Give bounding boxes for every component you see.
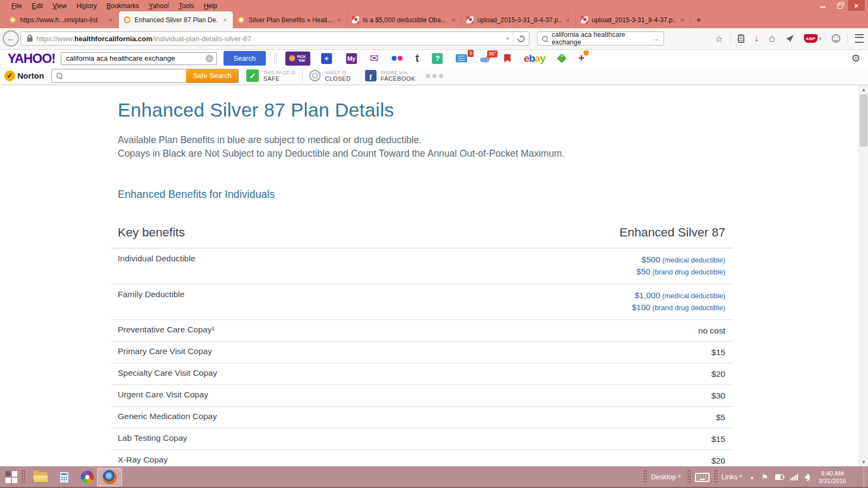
feedback-smiley-icon[interactable] — [832, 34, 840, 43]
back-button[interactable]: ← — [3, 30, 19, 47]
reading-list-icon[interactable] — [738, 35, 744, 43]
search-go-icon[interactable]: → — [652, 34, 659, 43]
deals-tag-icon[interactable] — [557, 53, 566, 63]
scroll-down-icon[interactable]: ▼ — [859, 458, 868, 466]
gear-icon[interactable]: ⚙ — [851, 52, 860, 65]
tab-close-icon[interactable]: × — [565, 17, 571, 23]
add-app-button[interactable]: + — [321, 53, 332, 64]
yahoo-search-button[interactable]: Search — [224, 51, 266, 66]
add-feed-icon[interactable]: + — [578, 52, 585, 65]
browser-tab[interactable]: https://www.h...om/plan-list × — [4, 11, 119, 28]
close-button[interactable]: × — [848, 0, 865, 11]
firefox-icon — [103, 470, 117, 484]
page-safety-status[interactable]: THIS PAGE IS SAFE — [263, 70, 296, 82]
restore-button[interactable] — [831, 0, 848, 11]
url-bar[interactable]: https://www.healthforcalifornia.com/indi… — [21, 31, 529, 46]
show-desktop-button[interactable] — [864, 466, 868, 488]
browser-tab[interactable]: Silver Plan Benefits » Healt... × — [233, 11, 347, 28]
menu-item[interactable]: View — [48, 1, 72, 11]
attachment-favicon — [467, 16, 474, 23]
ebay-icon[interactable]: ebay — [524, 53, 545, 65]
pickem-button[interactable]: PICK'EM — [285, 52, 310, 66]
new-tab-button[interactable]: + — [691, 13, 707, 27]
navigation-toolbar: ← https://www.healthforcalifornia.com/in… — [0, 28, 868, 50]
menu-item[interactable]: Edit — [27, 1, 48, 11]
share-facebook-button[interactable]: SHARE VIA FACEBOOK — [381, 70, 416, 82]
bookmark-star-icon[interactable]: ☆ — [715, 34, 723, 44]
tab-close-icon[interactable]: × — [451, 17, 456, 23]
downloads-icon[interactable]: ↓ — [755, 34, 759, 43]
network-signal-icon[interactable] — [790, 474, 798, 480]
menu-item[interactable]: History — [72, 1, 101, 11]
links-toolbar-label[interactable]: Links — [722, 473, 737, 481]
action-center-flag-icon[interactable]: ⚑ — [761, 473, 768, 481]
news-button[interactable]: 9 — [456, 54, 467, 62]
vault-icon[interactable] — [309, 70, 321, 81]
hidden-icons-arrow[interactable]: ▲ — [750, 475, 754, 480]
safe-search-button[interactable]: Safe Search — [186, 69, 238, 82]
pocket-icon[interactable] — [786, 35, 794, 42]
taskbar-grip[interactable] — [687, 470, 691, 484]
yahoo-search-input[interactable]: california aca healthcare exchange × — [61, 52, 217, 65]
reload-button[interactable] — [513, 32, 529, 45]
desktop-toolbar-label[interactable]: Desktop — [651, 473, 676, 481]
yahoo-logo[interactable]: YAHOO! — [8, 51, 55, 66]
tab-close-icon[interactable]: × — [336, 17, 342, 23]
taskbar-clock[interactable]: 9:40 AM 3/31/2015 — [819, 470, 846, 485]
benefit-values: $500 (medical deductible)$50 (brand drug… — [636, 254, 725, 278]
chevron-expand-icon[interactable]: » — [739, 472, 742, 479]
chevron-expand-icon[interactable]: » — [678, 472, 681, 479]
browser-tab[interactable]: Is a $5,000 deductible Oba... × — [347, 11, 462, 28]
search-icon — [542, 36, 548, 42]
weather-button[interactable]: 36° — [480, 55, 491, 62]
my-yahoo-icon[interactable]: My — [346, 53, 357, 64]
calculator-icon[interactable] — [60, 472, 69, 483]
browser-tab[interactable]: upload_2015-3-31_8-4-37.p... × — [462, 11, 576, 28]
browser-tab[interactable]: Enhanced Silver 87 Plan De... × — [119, 11, 233, 28]
adblock-badge: ABP — [804, 34, 818, 43]
volume-icon[interactable] — [805, 474, 810, 481]
tab-close-icon[interactable]: × — [108, 17, 113, 23]
menu-hamburger-icon[interactable] — [855, 34, 864, 43]
benefit-label: Specialty Care Visit Copay — [118, 368, 217, 378]
taskbar-grip[interactable] — [714, 470, 717, 484]
vault-status[interactable]: VAULT IS CLOSED — [325, 70, 351, 82]
firefox-taskbar-button[interactable] — [97, 468, 122, 486]
taskbar-grip[interactable] — [22, 470, 25, 484]
table-row: Specialty Care Visit Copay $20 — [111, 363, 733, 385]
keyboard-icon[interactable] — [695, 473, 710, 482]
norton-search-input[interactable]: Safe Search — [52, 69, 239, 83]
menu-item[interactable]: Yahoo! — [144, 1, 174, 11]
page-scrollbar[interactable]: ▲ ▼ — [859, 85, 868, 466]
table-row: X-Ray Copay $20 — [111, 450, 733, 466]
menu-item[interactable]: Tools — [174, 1, 199, 11]
bookmarks-icon[interactable] — [504, 54, 510, 63]
picasa-icon[interactable] — [81, 471, 94, 484]
home-icon[interactable]: ⌂ — [769, 33, 775, 44]
menu-item[interactable]: File — [7, 1, 27, 11]
tab-title: Is a $5,000 deductible Oba... — [363, 16, 447, 24]
battery-icon[interactable] — [775, 474, 783, 480]
tab-close-icon[interactable]: × — [680, 17, 685, 23]
start-button[interactable] — [5, 471, 17, 483]
clear-icon[interactable]: × — [206, 55, 213, 62]
minimize-button[interactable] — [814, 0, 831, 11]
url-dropdown-icon[interactable]: ▾ — [502, 36, 513, 41]
taskbar-grip[interactable] — [643, 470, 647, 484]
tumblr-icon[interactable]: t — [416, 52, 419, 65]
menu-item[interactable]: Bookmarks — [101, 1, 144, 11]
adblock-button[interactable]: ABP ▾ — [804, 34, 821, 43]
more-options-icon[interactable] — [426, 74, 443, 78]
flickr-icon[interactable] — [392, 56, 403, 61]
facebook-icon[interactable]: f — [365, 70, 376, 81]
file-explorer-icon[interactable] — [34, 472, 48, 482]
browser-search-bar[interactable]: california aca healthcare exchange → — [537, 31, 664, 46]
tab-close-icon[interactable]: × — [222, 17, 228, 23]
menu-item[interactable]: Help — [199, 1, 222, 11]
answers-icon[interactable]: ? — [432, 53, 443, 64]
browser-tab[interactable]: upload_2015-3-31_8-4-37.p... × — [576, 11, 691, 28]
scroll-up-icon[interactable]: ▲ — [859, 85, 868, 94]
mail-icon[interactable]: ✉ — [370, 52, 379, 65]
lock-icon — [27, 37, 33, 42]
scrollbar-thumb[interactable] — [860, 94, 867, 146]
